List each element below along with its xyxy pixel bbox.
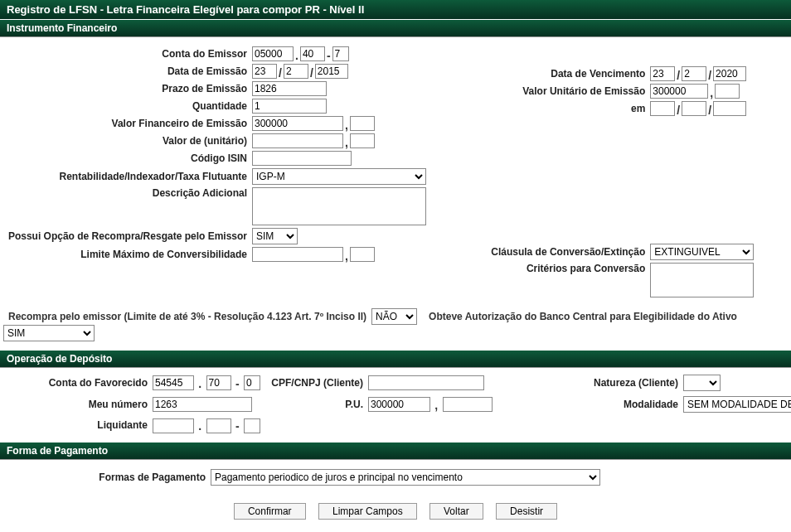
clausula-select[interactable]: EXTINGUIVEL xyxy=(650,244,754,260)
em-m[interactable] xyxy=(682,101,706,116)
valor-unitario-dec[interactable] xyxy=(350,133,375,148)
valor-unit-emissao-dec[interactable] xyxy=(715,84,740,99)
sep-comma: , xyxy=(345,136,348,149)
sep-comma: , xyxy=(434,399,438,412)
limite-conv-int[interactable] xyxy=(252,247,343,262)
label-limite-conv: Limite Máximo de Conversibilidade xyxy=(3,249,252,260)
liquidante-1[interactable] xyxy=(153,418,194,433)
label-conta-favorecido: Conta do Favorecido xyxy=(3,377,153,389)
liquidante-2[interactable] xyxy=(206,418,231,433)
button-bar: Confirmar Limpar Campos Voltar Desistir xyxy=(0,496,791,530)
data-venc-y[interactable] xyxy=(713,66,746,81)
rentabilidade-select[interactable]: IGP-M xyxy=(252,168,426,185)
section-operacao-label: Operação de Depósito xyxy=(7,353,112,365)
label-conta-emissor: Conta do Emissor xyxy=(3,48,252,60)
modalidade-select[interactable]: SEM MODALIDADE DE LIQUIDACAO xyxy=(683,396,791,413)
conta-fav-1[interactable] xyxy=(153,375,194,390)
meu-numero-input[interactable] xyxy=(153,397,252,412)
sep-slash: / xyxy=(677,69,680,82)
sep-comma: , xyxy=(345,118,348,132)
label-prazo-emissao: Prazo de Emissão xyxy=(3,83,252,94)
pu-int[interactable] xyxy=(368,397,430,412)
section-instrumento: Instrumento Financeiro xyxy=(0,19,791,37)
label-pu: P.U. xyxy=(269,399,368,410)
data-emissao-m[interactable] xyxy=(284,64,308,79)
section-forma: Forma de Pagamento xyxy=(0,442,791,460)
valor-fin-emissao-dec[interactable] xyxy=(350,116,375,131)
page-title: Registro de LFSN - Letra Financeira Eleg… xyxy=(7,3,364,16)
sep-dash: - xyxy=(235,377,240,390)
cpf-cnpj-input[interactable] xyxy=(368,375,484,390)
label-clausula: Cláusula de Conversão/Extinção xyxy=(434,246,650,258)
label-valor-unit-emissao: Valor Unitário de Emissão xyxy=(434,85,650,97)
opcao-recompra-select[interactable]: SIM xyxy=(252,228,298,244)
data-venc-m[interactable] xyxy=(682,66,706,81)
label-meu-numero: Meu número xyxy=(3,399,153,410)
label-valor-unitario: Valor de (unitário) xyxy=(3,135,252,147)
label-rentabilidade: Rentabilidade/Indexador/Taxa Flutuante xyxy=(3,171,252,182)
section-instrumento-label: Instrumento Financeiro xyxy=(7,22,117,34)
sep-dot: . xyxy=(198,419,201,433)
sep-comma: , xyxy=(710,86,713,99)
section-operacao: Operação de Depósito xyxy=(0,350,791,368)
sep-slash: / xyxy=(677,104,680,117)
label-data-vencimento: Data de Vencimento xyxy=(434,68,650,80)
conta-fav-3[interactable] xyxy=(244,375,260,390)
sep-dash: - xyxy=(327,49,331,62)
formas-pagamento-select[interactable]: Pagamento periodico de juros e principal… xyxy=(211,469,600,486)
conta-emissor-2[interactable] xyxy=(300,46,325,61)
data-venc-d[interactable] xyxy=(650,66,675,81)
obteve-aut-select[interactable]: SIM xyxy=(3,325,95,341)
label-codigo-isin: Código ISIN xyxy=(3,152,252,164)
label-criterios: Critérios para Conversão xyxy=(434,263,650,274)
valor-unitario-int[interactable] xyxy=(252,133,343,148)
desistir-button[interactable]: Desistir xyxy=(496,503,557,520)
sep-slash: / xyxy=(279,66,282,80)
em-d[interactable] xyxy=(650,101,675,116)
codigo-isin[interactable] xyxy=(252,151,352,166)
confirmar-button[interactable]: Confirmar xyxy=(234,503,306,520)
prazo-emissao[interactable] xyxy=(252,81,327,96)
valor-unit-emissao-int[interactable] xyxy=(650,84,708,99)
sep-dot: . xyxy=(198,377,201,390)
label-formas-pagamento: Formas de Pagamento xyxy=(3,472,211,483)
sep-slash: / xyxy=(310,66,313,80)
data-emissao-y[interactable] xyxy=(315,64,348,79)
label-descricao: Descrição Adicional xyxy=(3,187,252,199)
label-data-emissao: Data de Emissão xyxy=(3,65,252,77)
section-operacao-body: Conta do Favorecido . - CPF/CNPJ (Client… xyxy=(0,368,791,442)
liquidante-3[interactable] xyxy=(244,418,260,433)
sep-dot: . xyxy=(295,49,298,62)
label-modalidade: Modalidade xyxy=(584,399,683,410)
conta-emissor-3[interactable] xyxy=(332,46,349,61)
voltar-button[interactable]: Voltar xyxy=(429,503,483,520)
label-valor-fin-emissao: Valor Financeiro de Emissão xyxy=(3,118,252,129)
label-quantidade: Quantidade xyxy=(3,100,252,112)
section-forma-body: Formas de Pagamento Pagamento periodico … xyxy=(0,460,791,496)
limite-conv-dec[interactable] xyxy=(350,247,375,262)
label-cpf-cnpj: CPF/CNPJ (Cliente) xyxy=(269,377,368,389)
sep-dash: - xyxy=(235,419,240,433)
label-natureza: Natureza (Cliente) xyxy=(584,377,683,389)
natureza-select[interactable] xyxy=(683,375,721,391)
section-instrumento-body: Conta do Emissor . - Data de Emissão / /… xyxy=(0,37,791,350)
label-recompra-limite: Recompra pelo emissor (Limite de até 3% … xyxy=(8,311,366,322)
quantidade[interactable] xyxy=(252,99,327,114)
label-liquidante: Liquidante xyxy=(3,419,153,431)
page-title-bar: Registro de LFSN - Letra Financeira Eleg… xyxy=(0,0,791,19)
recompra-limite-select[interactable]: NÃO xyxy=(371,308,417,325)
label-opcao-recompra: Possui Opção de Recompra/Resgate pelo Em… xyxy=(3,230,252,242)
pu-dec[interactable] xyxy=(443,397,493,412)
descricao-textarea[interactable] xyxy=(252,187,426,225)
label-em: em xyxy=(434,103,650,114)
conta-fav-2[interactable] xyxy=(206,375,231,390)
label-obteve-aut: Obteve Autorização do Banco Central para… xyxy=(429,311,737,322)
sep-slash: / xyxy=(708,69,711,82)
conta-emissor-1[interactable] xyxy=(252,46,294,61)
limpar-button[interactable]: Limpar Campos xyxy=(318,503,417,520)
em-y[interactable] xyxy=(713,101,746,116)
valor-fin-emissao-int[interactable] xyxy=(252,116,343,131)
data-emissao-d[interactable] xyxy=(252,64,277,79)
criterios-textarea[interactable] xyxy=(650,263,754,297)
sep-comma: , xyxy=(345,249,348,263)
